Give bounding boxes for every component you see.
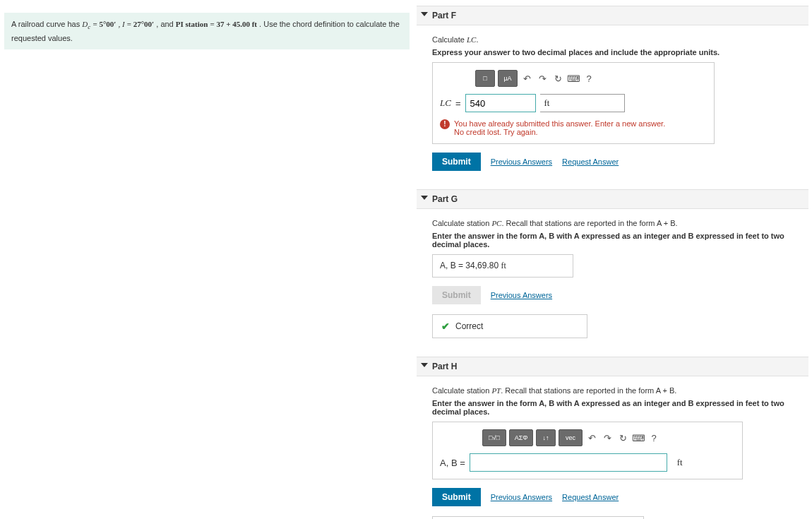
chevron-down-icon	[421, 363, 428, 367]
template-icon[interactable]: □	[475, 70, 495, 87]
partg-ans-unit: ft	[501, 261, 506, 270]
part-g-title: Part G	[432, 194, 458, 204]
check-icon: ✔	[441, 321, 450, 332]
partf-instruction-2: Express your answer to two decimal place…	[432, 48, 808, 56]
part-g-header[interactable]: Part G	[417, 189, 808, 209]
help-icon[interactable]: ?	[583, 72, 595, 85]
partf-value-input[interactable]	[465, 94, 536, 112]
chevron-down-icon	[421, 12, 428, 16]
partf-unit-input[interactable]: ft	[540, 94, 625, 112]
part-f-title: Part F	[432, 11, 456, 20]
redo-icon[interactable]: ↷	[536, 72, 549, 85]
parth-request-answer-link[interactable]: Request Answer	[562, 493, 619, 501]
partf-warning: ! You have already submitted this answer…	[440, 119, 707, 136]
equals-sign: =	[455, 98, 461, 109]
parth-instruction-2: Enter the answer in the form A, B with A…	[432, 399, 808, 416]
pi-label-conn: , and	[156, 20, 176, 28]
reset-icon[interactable]: ↻	[551, 72, 564, 85]
partg-correct-label: Correct	[455, 321, 483, 331]
partg-previous-answers-link[interactable]: Previous Answers	[491, 291, 552, 299]
units-icon[interactable]: µA	[498, 70, 518, 87]
partf-toolbar: □ µA ↶ ↷ ↻ ⌨ ?	[475, 70, 707, 87]
parth-variable: A, B =	[440, 458, 465, 468]
help-icon[interactable]: ?	[647, 431, 660, 444]
subscript-icon[interactable]: ↓↑	[536, 429, 556, 446]
parth-status: ✖ Incorrect; Try Again; 5 attempts remai…	[432, 516, 644, 519]
keyboard-icon[interactable]: ⌨	[567, 72, 580, 85]
partf-answer-box: □ µA ↶ ↷ ↻ ⌨ ? LC = ft ! You have alread…	[432, 62, 715, 144]
sqrt-template-icon[interactable]: □√□	[482, 429, 506, 446]
i-val: = 27°00′	[127, 20, 155, 28]
partf-warn-line2: No credit lost. Try again.	[454, 128, 538, 136]
parth-toolbar: □√□ ΑΣΦ ↓↑ vec ↶ ↷ ↻ ⌨ ?	[482, 429, 735, 446]
dc-val: = 5°00′	[92, 20, 116, 28]
partf-previous-answers-link[interactable]: Previous Answers	[491, 157, 552, 166]
dc-sub: c	[88, 23, 90, 30]
parth-answer-box: □√□ ΑΣΦ ↓↑ vec ↶ ↷ ↻ ⌨ ? A, B = ft	[432, 422, 743, 479]
problem-prefix: A railroad curve has	[11, 20, 82, 28]
i-label: , I	[118, 20, 124, 28]
partf-submit-button[interactable]: Submit	[432, 153, 481, 171]
parth-unit: ft	[677, 457, 683, 468]
partf-warn-line1: You have already submitted this answer. …	[454, 119, 665, 128]
partf-instruction-1: Calculate LC.	[432, 35, 808, 44]
partg-answer-display: A, B = 34,69.80 ft	[432, 254, 573, 278]
chevron-down-icon	[421, 196, 428, 200]
partg-instruction-2: Enter the answer in the form A, B with A…	[432, 232, 808, 249]
partg-submit-button: Submit	[432, 286, 481, 304]
partf-request-answer-link[interactable]: Request Answer	[562, 157, 619, 166]
partg-ans-value: 34,69.80	[465, 261, 498, 270]
redo-icon[interactable]: ↷	[601, 431, 614, 444]
partg-status: ✔ Correct	[432, 314, 587, 338]
part-h-title: Part H	[432, 362, 457, 371]
parth-previous-answers-link[interactable]: Previous Answers	[491, 493, 552, 501]
part-h-header[interactable]: Part H	[417, 357, 808, 376]
partf-variable: LC	[440, 97, 451, 109]
greek-icon[interactable]: ΑΣΦ	[509, 429, 533, 446]
parth-instruction-1: Calculate station PT. Recall that statio…	[432, 386, 808, 395]
pi-label: PI station	[176, 20, 208, 28]
partg-ans-label: A, B =	[440, 261, 465, 270]
pi-val: = 37 + 45.00 ft	[210, 20, 257, 28]
undo-icon[interactable]: ↶	[520, 72, 533, 85]
keyboard-icon[interactable]: ⌨	[632, 431, 645, 444]
part-f-header[interactable]: Part F	[417, 6, 808, 25]
vector-icon[interactable]: vec	[559, 429, 583, 446]
parth-value-input[interactable]	[470, 453, 667, 472]
problem-statement: A railroad curve has Dc = 5°00′ , I = 27…	[4, 13, 410, 49]
undo-icon[interactable]: ↶	[585, 431, 598, 444]
warning-icon: !	[440, 119, 450, 129]
partg-instruction-1: Calculate station PC. Recall that statio…	[432, 219, 808, 227]
reset-icon[interactable]: ↻	[616, 431, 629, 444]
parth-submit-button[interactable]: Submit	[432, 488, 481, 506]
